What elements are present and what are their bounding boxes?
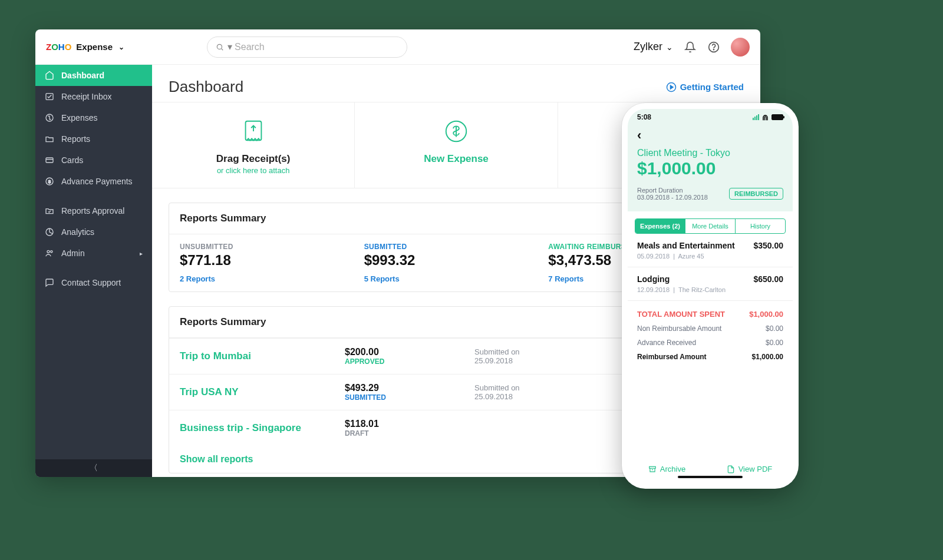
phone-tabs: Expenses (2) More Details History xyxy=(635,218,786,234)
sidebar-item-receipt-inbox[interactable]: Receipt Inbox xyxy=(35,86,152,107)
phone-view-pdf-button[interactable]: View PDF xyxy=(727,465,773,473)
svg-point-11 xyxy=(47,250,50,253)
dollar-circle-icon: $ xyxy=(45,177,54,186)
search-icon xyxy=(216,43,224,51)
sidebar-item-admin[interactable]: Admin▸ xyxy=(35,243,152,264)
chat-icon xyxy=(45,278,54,287)
chevron-down-icon: ⌄ xyxy=(666,42,673,52)
sidebar: Dashboard Receipt Inbox Expenses Reports… xyxy=(35,65,152,477)
sidebar-item-advance-payments[interactable]: $Advance Payments xyxy=(35,171,152,192)
avatar[interactable] xyxy=(731,38,750,57)
app-logo[interactable]: ZOHO Expense ⌄ xyxy=(46,42,124,52)
svg-rect-6 xyxy=(46,158,53,163)
pdf-icon xyxy=(727,465,735,473)
sidebar-collapse[interactable]: 〈 xyxy=(35,459,152,477)
sidebar-item-reports[interactable]: Reports xyxy=(35,128,152,150)
receipt-upload-icon xyxy=(158,118,348,145)
svg-point-3 xyxy=(714,49,714,49)
submitted-reports-link[interactable]: 5 Reports xyxy=(364,274,549,283)
help-icon[interactable] xyxy=(707,41,720,54)
status-badge: REIMBURSED xyxy=(729,188,783,200)
bell-icon[interactable] xyxy=(684,41,697,54)
quick-new-expense[interactable]: New Expense xyxy=(355,102,558,188)
signal-icon xyxy=(753,114,759,120)
search-placeholder: Search xyxy=(235,42,265,52)
search-input[interactable]: ▾ Search xyxy=(207,37,407,58)
sidebar-item-dashboard[interactable]: Dashboard xyxy=(35,65,152,86)
getting-started-link[interactable]: Getting Started xyxy=(666,82,744,92)
list-item[interactable]: Lodging$650.0012.09.2018 | The Ritz-Carl… xyxy=(628,267,793,301)
home-icon xyxy=(45,71,54,80)
sidebar-item-contact-support[interactable]: Contact Support xyxy=(35,272,152,293)
svg-point-0 xyxy=(217,44,222,49)
folder-icon xyxy=(45,134,54,144)
dollar-icon xyxy=(45,113,54,122)
tab-expenses[interactable]: Expenses (2) xyxy=(635,219,685,233)
chevron-left-icon: 〈 xyxy=(90,463,98,473)
org-switcher[interactable]: Zylker ⌄ xyxy=(634,41,673,53)
caret-right-icon: ▸ xyxy=(140,250,143,257)
page-title: Dashboard xyxy=(169,78,243,96)
chevron-down-icon: ⌄ xyxy=(118,43,124,51)
svg-line-1 xyxy=(222,48,223,50)
battery-icon xyxy=(771,114,783,120)
pie-icon xyxy=(45,227,54,237)
dollar-circle-icon xyxy=(361,118,551,145)
phone-report-title: Client Meeting - Tokyo xyxy=(637,148,783,158)
unsubmitted-reports-link[interactable]: 2 Reports xyxy=(180,274,364,283)
phone-report-amount: $1,000.00 xyxy=(637,158,783,178)
inbox-icon xyxy=(45,92,54,101)
users-icon xyxy=(45,248,54,258)
phone-archive-button[interactable]: Archive xyxy=(648,465,685,473)
play-circle-icon xyxy=(666,82,677,92)
topbar: ZOHO Expense ⌄ ▾ Search Zylker ⌄ xyxy=(35,29,760,65)
quick-drag-receipt[interactable]: Drag Receipt(s) or click here to attach xyxy=(152,102,355,188)
approval-icon xyxy=(45,206,54,216)
tab-more-details[interactable]: More Details xyxy=(685,219,735,233)
phone-back-button[interactable]: ‹ xyxy=(637,128,783,143)
svg-point-12 xyxy=(51,251,52,253)
list-item[interactable]: Meals and Entertainment$350.0005.09.2018… xyxy=(628,234,793,267)
svg-marker-14 xyxy=(670,85,673,89)
svg-rect-17 xyxy=(649,466,656,468)
phone-mock: 5:08 ⋒ ‹ Client Meeting - Tokyo $1,000.0… xyxy=(622,103,799,489)
phone-home-indicator xyxy=(678,476,743,478)
sidebar-item-cards[interactable]: Cards xyxy=(35,150,152,171)
sidebar-item-reports-approval[interactable]: Reports Approval xyxy=(35,200,152,221)
caret-down-icon: ▾ xyxy=(227,41,232,52)
wifi-icon: ⋒ xyxy=(762,113,769,122)
archive-icon xyxy=(648,465,657,473)
card-icon xyxy=(45,155,54,165)
phone-status-bar: 5:08 ⋒ xyxy=(628,109,793,125)
tab-history[interactable]: History xyxy=(735,219,785,233)
svg-text:$: $ xyxy=(48,179,51,184)
sidebar-item-analytics[interactable]: Analytics xyxy=(35,221,152,243)
sidebar-item-expenses[interactable]: Expenses xyxy=(35,107,152,128)
